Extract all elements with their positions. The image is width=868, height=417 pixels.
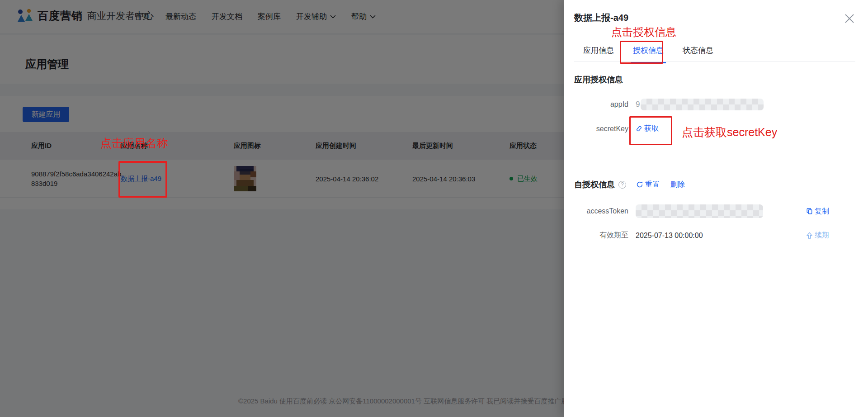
tabs-divider bbox=[574, 62, 855, 62]
appid-redacted-value bbox=[641, 99, 764, 110]
expiry-label: 有效期至 bbox=[574, 231, 628, 240]
app-detail-drawer: 数据上报-a49 应用信息 授权信息 状态信息 应用授权信息 appId 9 s… bbox=[564, 0, 868, 417]
renew-button[interactable]: 续期 bbox=[806, 231, 829, 240]
expiry-value: 2025-07-13 00:00:00 bbox=[636, 232, 703, 240]
annotation-click-app-name: 点击应用名称 bbox=[100, 136, 168, 151]
appid-visible-prefix: 9 bbox=[636, 100, 640, 109]
question-circle-icon[interactable]: ? bbox=[618, 181, 626, 189]
refresh-icon bbox=[636, 181, 643, 188]
reset-link[interactable]: 重置 bbox=[636, 180, 660, 190]
annotation-box-app-name bbox=[118, 161, 167, 198]
appid-label: appId bbox=[574, 100, 628, 109]
accesstoken-label: accessToken bbox=[574, 207, 628, 215]
annotation-click-get-secretkey: 点击获取secretKey bbox=[682, 125, 777, 140]
appid-field-row: appId 9 bbox=[574, 99, 855, 110]
close-icon[interactable] bbox=[844, 13, 855, 24]
app-auth-heading: 应用授权信息 bbox=[574, 74, 623, 85]
expiry-field-row: 有效期至 2025-07-13 00:00:00 续期 bbox=[574, 231, 855, 240]
tab-status-info[interactable]: 状态信息 bbox=[683, 45, 713, 63]
secretkey-label: secretKey bbox=[574, 125, 628, 133]
drawer-title: 数据上报-a49 bbox=[574, 12, 628, 24]
screen: 百度营销 商业开发者中心 首页 最新动态 开发文档 案例库 开发辅助 帮助 应用… bbox=[0, 0, 868, 417]
annotation-box-auth-tab bbox=[620, 41, 663, 64]
accesstoken-redacted-value bbox=[636, 204, 763, 218]
arrow-up-icon bbox=[806, 232, 813, 239]
tab-app-info[interactable]: 应用信息 bbox=[583, 45, 614, 63]
copy-button[interactable]: 复制 bbox=[806, 207, 829, 216]
accesstoken-field-row: accessToken 复制 bbox=[574, 204, 855, 218]
self-auth-heading: 自授权信息 bbox=[574, 179, 615, 190]
annotation-click-auth-tab: 点击授权信息 bbox=[611, 25, 676, 39]
annotation-box-get-secretkey bbox=[629, 116, 672, 145]
self-auth-bar: 自授权信息 ? 重置 删除 bbox=[574, 179, 685, 190]
copy-icon bbox=[806, 208, 813, 215]
delete-link[interactable]: 删除 bbox=[670, 180, 685, 190]
